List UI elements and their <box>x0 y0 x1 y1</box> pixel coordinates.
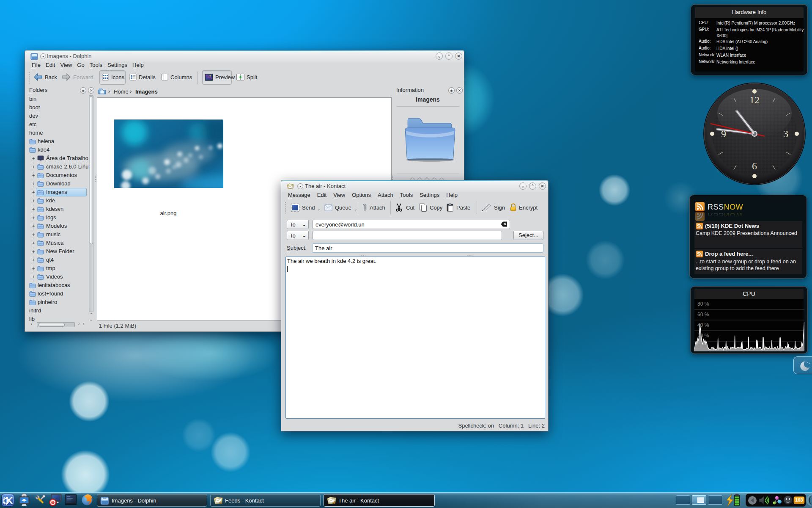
svg-text:6: 6 <box>752 160 757 171</box>
svg-text:12: 12 <box>749 94 760 105</box>
svg-text:103: 103 <box>795 497 803 502</box>
svg-text:K: K <box>6 495 14 506</box>
svg-text:3: 3 <box>783 128 788 139</box>
